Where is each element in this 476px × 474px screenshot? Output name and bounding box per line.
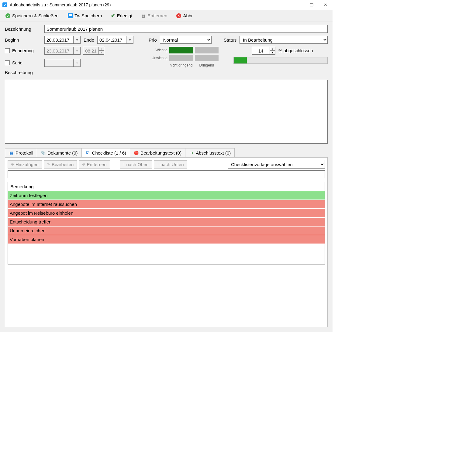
app-icon — [2, 2, 7, 7]
tab-checkliste[interactable]: ☑ Checkliste (1 / 6) — [81, 148, 130, 157]
matrix-row-unwichtig: Unwichtig — [149, 56, 167, 60]
maximize-button[interactable]: ☐ — [305, 0, 319, 10]
checklist-row[interactable]: Zeitraum festlegen — [8, 191, 325, 200]
end-date-field[interactable] — [97, 36, 126, 44]
tab-protokoll[interactable]: ▦ Protokoll — [5, 148, 37, 157]
checklist-add-label: Hinzufügen — [16, 162, 39, 167]
checklist-edit-label: Bearbeiten — [52, 162, 74, 167]
tab-bearbeitung[interactable]: ⛔ Bearbeitungstext (0) — [130, 148, 185, 157]
remove-button[interactable]: 🗑 Entfernen — [140, 12, 169, 19]
label-prio: Prio — [149, 37, 157, 43]
tab-checkliste-label: Checkliste (1 / 6) — [92, 150, 126, 155]
prio-select[interactable]: Normal — [160, 36, 212, 44]
form-area: Bezeichnung Beginn ▾ Ende ▾ Prio Normal … — [0, 22, 333, 80]
cancel-button[interactable]: ✕ Abbr. — [174, 12, 195, 19]
checklist-up-button[interactable]: ↑ nach Oben — [120, 160, 152, 169]
matrix-cell-unwichtig-nichtdringend[interactable] — [169, 55, 193, 61]
label-series: Serie — [12, 60, 22, 65]
label-name: Bezeichnung — [5, 26, 41, 32]
progress-bar — [233, 57, 328, 64]
trash-icon: 🗑 — [141, 13, 146, 18]
chevron-down-icon[interactable]: ▾ — [73, 36, 81, 44]
checklist-row[interactable]: Urlaub einreichen — [8, 227, 325, 235]
checklist-remove-label: Entfernen — [87, 162, 106, 167]
matrix-cell-wichtig-nichtdringend[interactable] — [169, 47, 193, 53]
label-description: Beschreibung — [5, 70, 146, 75]
checklist-add-button[interactable]: ⊕ Hinzufügen — [8, 160, 42, 169]
reminder-time-input: ▲ ▼ — [83, 47, 104, 55]
remove-label: Entfernen — [147, 13, 167, 18]
label-end: Ende — [84, 37, 94, 43]
label-reminder: Erinnerung — [12, 48, 34, 53]
chevron-down-icon[interactable]: ▾ — [126, 36, 133, 44]
checklist-filter-input[interactable] — [8, 170, 325, 178]
checklist-up-label: nach Oben — [126, 162, 149, 167]
matrix-cell-wichtig-dringend[interactable] — [195, 47, 219, 53]
minus-icon: ⊖ — [82, 162, 85, 166]
checklist-row[interactable]: Angebote im Internet raussuchen — [8, 200, 325, 209]
alert-icon: ⛔ — [134, 151, 139, 155]
cancel-label: Abbr. — [183, 13, 194, 18]
tab-abschluss-label: Abschlusstext (0) — [196, 150, 231, 155]
progress-value-input[interactable] — [252, 47, 270, 55]
tab-dokumente[interactable]: 📎 Dokumente (0) — [37, 148, 81, 157]
checklist-edit-button[interactable]: ✎ Bearbeiten — [44, 160, 77, 169]
checklist-template-select[interactable]: Checklistenvorlage auswählen — [228, 160, 325, 169]
end-date-input[interactable]: ▾ — [97, 36, 133, 44]
series-checkbox[interactable] — [5, 60, 10, 65]
name-input[interactable] — [44, 25, 328, 33]
cancel-icon: ✕ — [176, 13, 181, 18]
check-icon: ✓ — [5, 13, 10, 18]
minimize-button[interactable]: ─ — [291, 0, 305, 10]
description-textarea[interactable] — [5, 80, 328, 144]
checklist-grid: Bemerkung Zeitraum festlegenAngebote im … — [8, 182, 325, 264]
save-button[interactable]: Zw.Speichern — [66, 12, 104, 19]
begin-date-input[interactable]: ▾ — [44, 36, 81, 44]
window-title: Aufgabendetails zu : Sommerurlaub 2017 p… — [10, 2, 291, 7]
chevron-down-icon: ▾ — [73, 47, 81, 55]
main-toolbar: ✓ Speichern & Schließen Zw.Speichern ✔ E… — [0, 10, 333, 22]
done-icon: ✔ — [111, 13, 115, 19]
titlebar: Aufgabendetails zu : Sommerurlaub 2017 p… — [0, 0, 333, 10]
checklist-down-button[interactable]: ↓ nach Unten — [154, 160, 187, 169]
matrix-cell-unwichtig-dringend[interactable] — [195, 55, 219, 61]
priority-matrix: Wichtig Unwichtig nicht dringend Dringen… — [149, 47, 219, 67]
finish-icon: ➜ — [189, 151, 194, 155]
begin-date-field[interactable] — [44, 36, 73, 44]
protocol-icon: ▦ — [9, 151, 14, 155]
checklist-down-label: nach Unten — [160, 162, 184, 167]
paperclip-icon: 📎 — [41, 151, 46, 155]
done-label: Erledigt — [117, 13, 132, 18]
edit-icon: ✎ — [47, 162, 50, 166]
save-label: Zw.Speichern — [74, 13, 102, 18]
close-button[interactable]: ✕ — [319, 0, 333, 10]
save-close-button[interactable]: ✓ Speichern & Schließen — [4, 12, 60, 19]
progress-spinner[interactable]: ▲ ▼ — [252, 47, 275, 55]
reminder-date-input: ▾ — [44, 47, 81, 55]
matrix-col-nichtdringend: nicht dringend — [169, 63, 193, 67]
chevron-up-icon[interactable]: ▲ — [270, 47, 275, 51]
done-button[interactable]: ✔ Erledigt — [109, 12, 134, 20]
checklist-row[interactable]: Vorhaben planen — [8, 235, 325, 244]
chevron-up-icon: ▲ — [99, 47, 104, 51]
save-close-label: Speichern & Schließen — [12, 13, 59, 18]
matrix-row-wichtig: Wichtig — [149, 48, 167, 52]
tab-bearbeitung-label: Bearbeitungstext (0) — [140, 150, 181, 155]
checklist-row[interactable]: Angebot im Reisebüro einholen — [8, 209, 325, 218]
label-status: Status — [224, 37, 237, 43]
plus-icon: ⊕ — [11, 162, 14, 166]
chevron-down-icon[interactable]: ▼ — [270, 51, 275, 55]
chevron-down-icon: ▾ — [73, 59, 81, 67]
label-begin: Beginn — [5, 37, 41, 43]
reminder-checkbox[interactable] — [5, 48, 10, 53]
matrix-col-dringend: Dringend — [195, 63, 219, 67]
status-select[interactable]: In Bearbeitung — [240, 36, 328, 44]
reminder-date-field — [44, 47, 73, 55]
checklist-remove-button[interactable]: ⊖ Entfernen — [79, 160, 110, 169]
series-field — [44, 59, 73, 67]
progress-label: % abgeschlossen — [278, 48, 313, 53]
tab-abschluss[interactable]: ➜ Abschlusstext (0) — [185, 148, 235, 157]
tab-dokumente-label: Dokumente (0) — [47, 150, 78, 155]
series-input: ▾ — [44, 59, 81, 67]
checklist-row[interactable]: Entscheidung treffen — [8, 218, 325, 227]
